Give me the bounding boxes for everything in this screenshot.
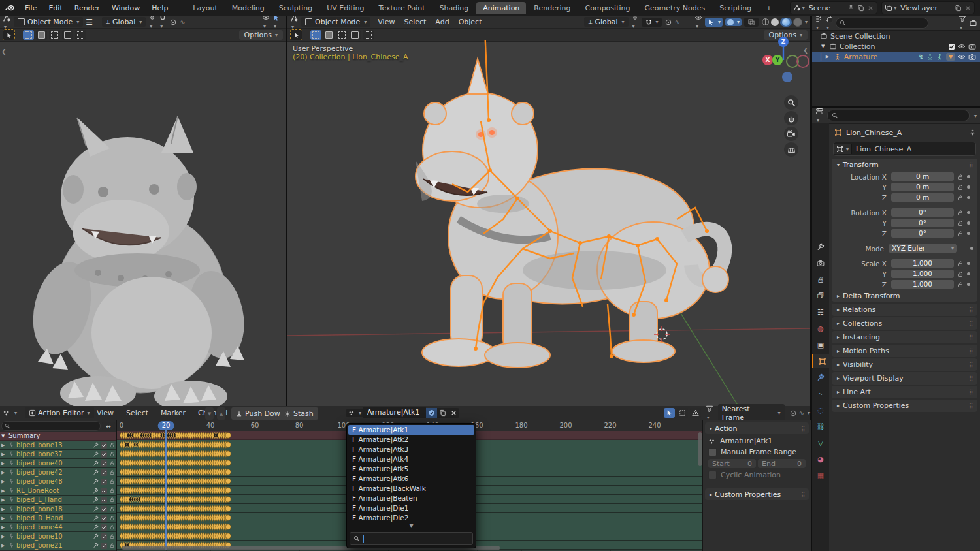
action-dropdown-item-1[interactable]: F Armature|Atk2 (348, 435, 474, 445)
lock-icon[interactable] (957, 210, 964, 216)
select-mode-box[interactable] (36, 30, 47, 40)
wrench-icon[interactable] (93, 506, 99, 512)
action-dropdown-item-8[interactable]: F Armature|Die1 (348, 503, 474, 513)
animate-dot[interactable] (970, 247, 973, 250)
action-dropdown-item-2[interactable]: F Armature|Atk3 (348, 445, 474, 454)
cyclic-animation-checkbox[interactable] (708, 471, 717, 479)
lock-icon[interactable] (109, 442, 115, 448)
pin-icon[interactable] (8, 488, 14, 494)
sidebar-toggle-icon[interactable]: ❮ (803, 47, 808, 54)
pin-icon[interactable] (8, 506, 14, 512)
hamburger-menu-icon[interactable]: ☰ (86, 18, 93, 27)
outliner-row-collection[interactable]: ▼ Collection (812, 41, 980, 52)
workspace-tab-shading[interactable]: Shading (433, 2, 476, 14)
outliner-search-input[interactable] (836, 18, 928, 29)
channel-row-biped_bone40[interactable]: ▶biped_bone40 (0, 459, 116, 468)
properties-section-line-art[interactable]: ▸Line Art⣿ (832, 386, 977, 398)
channel-row-biped_bone10[interactable]: ▶biped_bone10 (0, 532, 116, 541)
workspace-tab-sculpting[interactable]: Sculpting (272, 2, 319, 14)
stash-button[interactable]: Stash (280, 407, 318, 420)
properties-tab-tool[interactable] (812, 240, 829, 254)
gizmo-axis-z[interactable]: Z (778, 37, 789, 47)
workspace-tab-compositing[interactable]: Compositing (579, 2, 637, 14)
select-mode-extend[interactable] (49, 30, 60, 40)
properties-tab-data[interactable]: ▽ (812, 435, 829, 450)
lock-icon[interactable] (109, 497, 115, 503)
properties-section-visibility[interactable]: ▸Visibility⣿ (832, 358, 977, 371)
wrench-icon[interactable] (93, 497, 99, 503)
orientation-selector[interactable]: ⟂Global▾ (584, 17, 628, 27)
channel-row-biped_bone13[interactable]: ▶biped_bone13 (0, 441, 116, 450)
select-mode-subtract[interactable] (350, 30, 361, 40)
browse-action-button[interactable]: ▾ (346, 409, 363, 417)
mute-checkbox[interactable] (101, 442, 107, 449)
select-mode-tweak[interactable] (310, 30, 321, 40)
playhead[interactable] (165, 430, 167, 550)
mute-checkbox[interactable] (101, 515, 107, 522)
eye-icon[interactable] (958, 53, 966, 61)
select-mode-intersect[interactable] (363, 30, 374, 40)
tweak-tool-button[interactable] (290, 29, 302, 40)
mute-checkbox[interactable] (101, 460, 107, 467)
lock-icon[interactable] (109, 479, 115, 484)
workspace-tab-texture-paint[interactable]: Texture Paint (372, 2, 432, 14)
viewport-menu-view[interactable]: View (373, 18, 399, 26)
current-frame-badge[interactable]: 20 (158, 421, 174, 430)
topbar-menu-edit[interactable]: Edit (42, 4, 68, 12)
falloff-curve-icon[interactable]: ∿ (799, 409, 804, 417)
editor-type-selector[interactable]: ▾ (3, 407, 17, 418)
move-up-button[interactable]: ▲ (217, 407, 225, 420)
camera-visibility-icon[interactable] (968, 53, 976, 61)
pin-icon[interactable] (969, 129, 976, 136)
falloff-curve-icon[interactable]: ∿ (675, 18, 680, 25)
fake-user-shield-icon[interactable] (426, 408, 437, 418)
wrench-icon[interactable] (93, 479, 99, 484)
disclosure-triangle-icon[interactable]: ▼ (821, 44, 826, 49)
properties-tab-world[interactable]: ◍ (812, 321, 829, 336)
mode-selector[interactable]: Object Mode▾ (14, 17, 83, 27)
viewport-menu-object[interactable]: Object (454, 18, 487, 26)
wrench-icon[interactable] (93, 442, 99, 448)
transform-value-field[interactable]: 1.000 (891, 259, 954, 268)
lock-icon[interactable] (109, 543, 115, 548)
lock-icon[interactable] (109, 460, 115, 466)
show-gizmo-icon[interactable]: ▾ (694, 16, 702, 30)
properties-tab-physics[interactable]: ◌ (812, 403, 829, 417)
topbar-menu-file[interactable]: File (19, 4, 42, 12)
dropdown-more-icon[interactable]: ▼ (348, 523, 474, 529)
transform-value-field[interactable]: 1.000 (891, 280, 954, 289)
properties-section-relations[interactable]: ▸Relations⣿ (832, 304, 977, 316)
proportional-edit-icon[interactable] (664, 18, 672, 26)
select-mode-box[interactable] (323, 30, 335, 40)
animate-dot[interactable] (967, 185, 970, 189)
properties-tab-collection[interactable]: ▣ (812, 338, 829, 352)
outliner-filter-type-icon[interactable]: ▾ (825, 15, 833, 31)
animate-dot[interactable] (967, 211, 970, 214)
select-mode-intersect[interactable] (75, 30, 86, 40)
lock-icon[interactable] (957, 195, 964, 201)
wrench-icon[interactable] (93, 524, 99, 530)
lock-icon[interactable] (957, 230, 964, 237)
channel-row-biped_l_hand[interactable]: ▶biped_L_Hand (0, 496, 116, 505)
topbar-menu-render[interactable]: Render (69, 4, 106, 12)
snap-magnet-icon[interactable]: ▾ (642, 18, 662, 27)
properties-section-custom-properties[interactable]: ▸Custom Properties⣿ (832, 400, 977, 412)
pin-icon[interactable] (8, 442, 14, 448)
pin-icon[interactable] (8, 515, 14, 521)
animate-dot[interactable] (967, 175, 970, 178)
workspace-tab-modeling[interactable]: Modeling (225, 2, 271, 14)
dropdown-search-input[interactable] (350, 532, 473, 545)
properties-tab-render[interactable] (812, 256, 829, 270)
delta-transform-header[interactable]: ▸ Delta Transform (832, 290, 977, 302)
gizmo-axis-y[interactable]: Y (772, 55, 783, 65)
camera-view-icon[interactable] (784, 127, 798, 141)
pin-icon[interactable] (8, 533, 14, 539)
animate-dot[interactable] (967, 272, 970, 276)
wrench-icon[interactable] (93, 451, 99, 457)
channel-row-summary[interactable]: ▼Summary (0, 432, 116, 441)
pin-icon[interactable] (8, 451, 14, 457)
wrench-icon[interactable] (93, 460, 99, 466)
wrench-icon[interactable] (93, 543, 99, 548)
new-collection-icon[interactable] (969, 19, 977, 27)
select-mode-tweak[interactable] (23, 30, 34, 40)
